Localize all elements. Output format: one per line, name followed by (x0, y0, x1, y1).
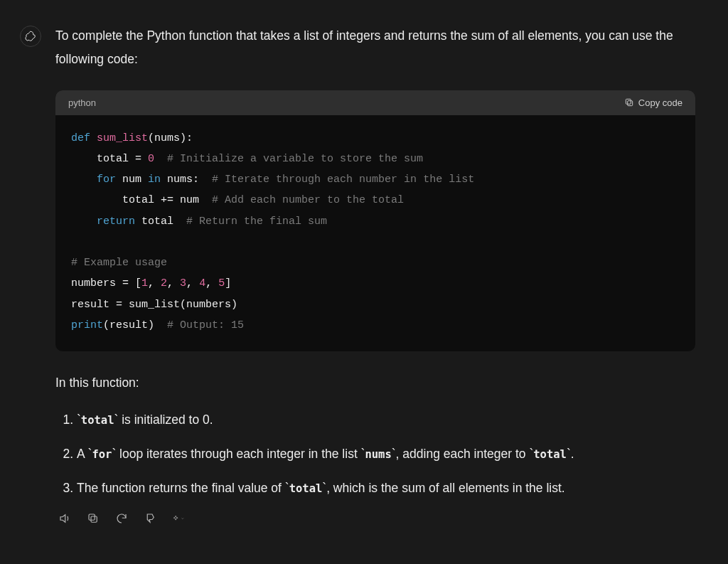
intro-text: To complete the Python function that tak… (55, 24, 695, 72)
outro-text: In this function: (55, 373, 695, 394)
speaker-icon (58, 512, 71, 525)
copy-message-button[interactable] (87, 512, 100, 525)
regenerate-button[interactable] (115, 512, 128, 525)
thumbs-down-icon (144, 512, 156, 525)
read-aloud-button[interactable] (58, 512, 71, 525)
sparkle-icon (172, 512, 179, 525)
svg-rect-0 (628, 101, 633, 106)
thumbs-down-button[interactable] (144, 512, 156, 525)
svg-rect-2 (91, 516, 97, 522)
copy-code-button[interactable]: Copy code (624, 97, 682, 108)
explanation-list: `total` is initialized to 0. A `for` loo… (55, 410, 695, 498)
message-actions (55, 512, 695, 525)
copy-icon (624, 97, 634, 107)
copy-code-label: Copy code (638, 97, 682, 108)
list-item: The function returns the final value of … (77, 478, 695, 498)
list-item: A `for` loop iterates through each integ… (77, 444, 695, 464)
assistant-avatar (20, 26, 41, 47)
code-content: def sum_list(nums): total = 0 # Initiali… (55, 115, 695, 352)
assistant-message: To complete the Python function that tak… (55, 24, 695, 525)
code-block-header: python Copy code (55, 90, 695, 115)
copy-icon (87, 512, 100, 525)
model-switch-button[interactable] (172, 512, 185, 525)
openai-logo-icon (24, 30, 37, 43)
svg-rect-3 (89, 514, 95, 520)
chevron-down-icon (181, 515, 185, 522)
refresh-icon (115, 512, 128, 525)
code-language-label: python (68, 97, 96, 108)
code-block: python Copy code def sum_list(nums): tot… (55, 90, 695, 352)
svg-rect-1 (626, 99, 631, 104)
list-item: `total` is initialized to 0. (77, 410, 695, 430)
